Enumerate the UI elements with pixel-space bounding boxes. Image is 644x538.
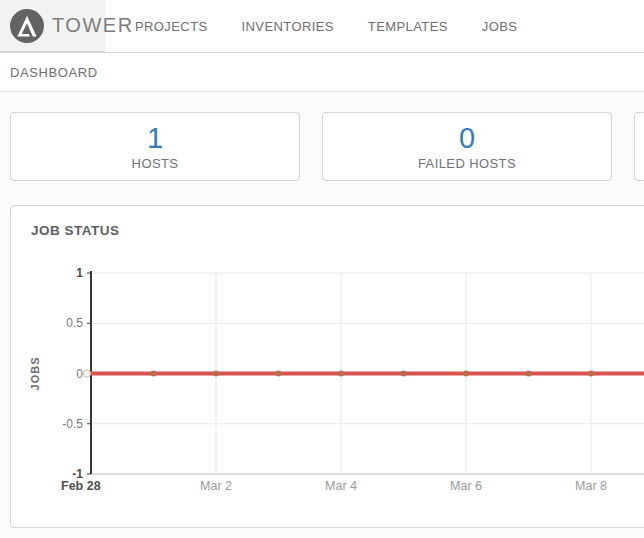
job-status-panel: JOB STATUS 10.50-0.5-1Feb 28Mar 2Mar 4Ma… (10, 205, 644, 528)
x-tick-label: Mar 4 (325, 479, 357, 493)
nav-item-jobs[interactable]: JOBS (465, 19, 535, 34)
x-tick-label: Mar 8 (575, 479, 607, 493)
stat-value: 1 (147, 123, 163, 153)
nav-item-templates[interactable]: TEMPLATES (351, 19, 465, 34)
y-tick-label: 1 (76, 266, 83, 280)
data-point (213, 371, 219, 377)
breadcrumb[interactable]: DASHBOARD (10, 65, 98, 80)
x-tick-label: Mar 6 (450, 479, 482, 493)
job-status-chart: 10.50-0.5-1Feb 28Mar 2Mar 4Mar 6Mar 8JOB… (11, 206, 644, 506)
x-tick-label: Mar 2 (200, 479, 232, 493)
y-tick-label: 0.5 (66, 316, 83, 330)
nav-item-inventories[interactable]: INVENTORIES (225, 19, 351, 34)
y-tick-label: 0 (76, 367, 83, 381)
nav-item-projects[interactable]: PROJECTS (118, 19, 225, 34)
stat-label: FAILED HOSTS (418, 156, 516, 171)
stat-card[interactable]: 1HOSTS (10, 112, 300, 181)
stat-card[interactable] (634, 112, 644, 181)
x-tick-label: Feb 28 (61, 479, 101, 493)
ansible-logo-icon (10, 9, 44, 43)
data-point-first (84, 370, 91, 377)
stat-cards-row: 1HOSTS0FAILED HOSTS (0, 92, 644, 181)
stat-label: HOSTS (132, 156, 179, 171)
data-point (151, 371, 157, 377)
data-point (588, 371, 594, 377)
data-point (526, 371, 532, 377)
stat-card[interactable]: 0FAILED HOSTS (322, 112, 612, 181)
data-point (401, 371, 407, 377)
data-point (276, 371, 282, 377)
breadcrumb-bar: DASHBOARD (0, 53, 644, 92)
stat-value: 0 (459, 123, 475, 153)
data-point (463, 371, 469, 377)
nav-items: PROJECTSINVENTORIESTEMPLATESJOBS (118, 0, 534, 52)
y-axis-title: JOBS (29, 357, 41, 391)
brand-block[interactable]: TOWER (0, 0, 105, 52)
data-point (338, 371, 344, 377)
top-nav: TOWER PROJECTSINVENTORIESTEMPLATESJOBS (0, 0, 644, 53)
y-tick-label: -0.5 (62, 417, 83, 431)
dashboard-content: 1HOSTS0FAILED HOSTS JOB STATUS 10.50-0.5… (0, 92, 644, 538)
